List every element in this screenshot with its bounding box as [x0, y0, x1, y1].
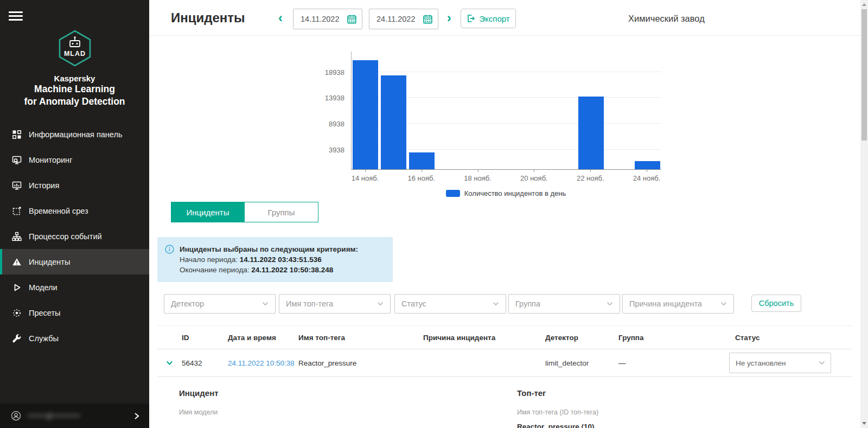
- export-icon: [467, 14, 475, 23]
- chevron-down-icon: [607, 302, 613, 306]
- x-axis-tick-label: 20 нояб.: [520, 174, 548, 182]
- event-processor-icon: [12, 232, 22, 241]
- chart-bar: [353, 60, 378, 169]
- sidebar-item-monitoring[interactable]: Мониторинг: [0, 147, 149, 173]
- info-period-end: Окончание периода: 24.11.2022 10:50:38.2…: [180, 265, 358, 275]
- filter-top-tag-select[interactable]: Имя топ-тега: [279, 294, 391, 314]
- sidebar-item-label: Пресеты: [29, 309, 60, 317]
- top-tag-section-heading: Топ-тег: [517, 388, 546, 398]
- model-name-label: Имя модели: [179, 408, 218, 416]
- dashboard-icon: [12, 130, 22, 139]
- chevron-down-icon: [720, 302, 727, 306]
- sidebar-item-dashboard[interactable]: Информационная панель: [0, 122, 149, 147]
- sidebar-item-history[interactable]: История: [0, 173, 149, 198]
- export-label: Экспорт: [479, 14, 509, 23]
- app-window: MLAD Kaspersky Machine Learning for Anom…: [0, 0, 868, 428]
- sidebar-item-label: Мониторинг: [29, 156, 72, 164]
- filter-placeholder: Группа: [515, 299, 540, 308]
- chevron-down-icon: [377, 302, 384, 306]
- x-axis-tick: [590, 170, 591, 172]
- mlad-hexagon-icon: MLAD: [58, 29, 92, 67]
- sidebar-item-label: Процессор событий: [29, 232, 102, 241]
- sidebar-item-presets[interactable]: Пресеты: [0, 300, 149, 325]
- filter-placeholder: Имя топ-тега: [286, 299, 333, 308]
- calendar-icon[interactable]: [423, 14, 433, 24]
- x-axis: 14 нояб.16 нояб.18 нояб.20 нояб.22 нояб.…: [351, 170, 661, 187]
- scrollbar-thumb[interactable]: [861, 9, 867, 140]
- column-header-status: Статус: [735, 326, 760, 349]
- info-period-start: Начало периода: 14.11.2022 03:43:51.536: [180, 254, 358, 265]
- date-to-input[interactable]: 24.11.2022: [369, 9, 438, 29]
- cell-id: 56432: [182, 349, 202, 376]
- chevron-down-icon: [493, 302, 499, 306]
- selection-criteria-info-box: Инциденты выбраны по следующим критериям…: [157, 237, 393, 282]
- user-account-bar[interactable]: ••••••@•••••••••: [0, 404, 149, 428]
- filter-placeholder: Детектор: [171, 299, 204, 308]
- column-header-group: Группа: [618, 326, 644, 349]
- tab-groups[interactable]: Группы: [245, 202, 318, 222]
- chart-bar: [381, 75, 406, 169]
- sidebar-item-models[interactable]: Модели: [0, 274, 149, 300]
- x-axis-tick: [647, 170, 647, 172]
- x-axis-tick-label: 24 нояб.: [633, 174, 661, 182]
- filter-placeholder: Статус: [401, 299, 426, 308]
- date-to-value: 24.11.2022: [376, 15, 416, 23]
- y-axis-tick-label: 3938: [308, 146, 344, 154]
- vertical-scrollbar[interactable]: [860, 0, 868, 428]
- filter-group-select[interactable]: Группа: [508, 294, 620, 314]
- info-icon: [165, 245, 174, 254]
- sidebar-item-event-processor[interactable]: Процессор событий: [0, 223, 149, 249]
- hamburger-menu-icon[interactable]: [9, 11, 23, 21]
- info-title: Инциденты выбраны по следующим критериям…: [180, 244, 358, 254]
- scrollbar-up-arrow[interactable]: [862, 3, 866, 6]
- cell-group: —: [618, 349, 626, 376]
- chevron-down-icon: [819, 361, 825, 365]
- cell-datetime-link[interactable]: 24.11.2022 10:50:38: [228, 349, 295, 376]
- export-button[interactable]: Экспорт: [461, 9, 516, 28]
- row-status-value: Не установлен: [736, 359, 786, 367]
- scrollbar-down-arrow[interactable]: [862, 422, 866, 425]
- next-period-button[interactable]: ›: [447, 10, 451, 25]
- sidebar-item-time-slice[interactable]: Временной срез: [0, 198, 149, 223]
- row-status-select[interactable]: Не установлен: [729, 353, 831, 373]
- filter-status-select[interactable]: Статус: [394, 294, 506, 314]
- x-axis-tick-label: 16 нояб.: [407, 174, 435, 182]
- page-title: Инциденты: [171, 10, 245, 25]
- row-expand-chevron-icon[interactable]: [166, 361, 173, 366]
- chart-bar: [635, 161, 660, 169]
- product-name-line2: for Anomaly Detection: [0, 95, 149, 108]
- prev-period-button[interactable]: ‹: [278, 10, 283, 25]
- chevron-right-icon[interactable]: [134, 412, 139, 420]
- x-axis-tick-label: 18 нояб.: [464, 174, 492, 182]
- sidebar-item-incidents[interactable]: Инциденты: [0, 249, 149, 274]
- chevron-down-icon: [262, 302, 269, 306]
- chart-bar: [409, 152, 435, 169]
- filter-incident-reason-select[interactable]: Причина инцидента: [622, 294, 734, 314]
- legend-swatch: [446, 190, 460, 197]
- filter-detector-select[interactable]: Детектор: [164, 294, 276, 314]
- reset-filters-button[interactable]: Сбросить: [751, 295, 801, 312]
- sidebar-item-services[interactable]: Службы: [0, 325, 149, 351]
- incidents-per-day-chart: 393889381393818938 14 нояб.16 нояб.18 но…: [308, 50, 676, 205]
- incidents-icon: [12, 257, 22, 267]
- services-icon: [12, 334, 22, 343]
- tab-incidents[interactable]: Инциденты: [171, 202, 245, 222]
- table-row[interactable]: 56432 24.11.2022 10:50:38 Reactor_pressu…: [157, 349, 852, 377]
- x-axis-tick-label: 14 нояб.: [352, 174, 379, 182]
- date-from-input[interactable]: 14.11.2022: [293, 9, 362, 29]
- legend-label: Количество инцидентов в день: [464, 189, 566, 197]
- sidebar: MLAD Kaspersky Machine Learning for Anom…: [0, 0, 149, 428]
- monitoring-icon: [12, 155, 22, 165]
- column-header-datetime: Дата и время: [228, 326, 276, 349]
- filter-placeholder: Причина инцидента: [629, 299, 702, 308]
- cell-top-tag: Reactor_pressure: [298, 349, 356, 376]
- column-header-id: ID: [182, 326, 189, 349]
- x-axis-tick: [534, 170, 534, 172]
- sidebar-item-label: Службы: [29, 334, 59, 343]
- models-icon: [12, 283, 22, 292]
- site-name: Химический завод: [628, 14, 705, 24]
- x-axis-tick-label: 22 нояб.: [577, 174, 604, 182]
- history-icon: [12, 181, 22, 190]
- time-slice-icon: [12, 206, 22, 216]
- calendar-icon[interactable]: [347, 14, 357, 24]
